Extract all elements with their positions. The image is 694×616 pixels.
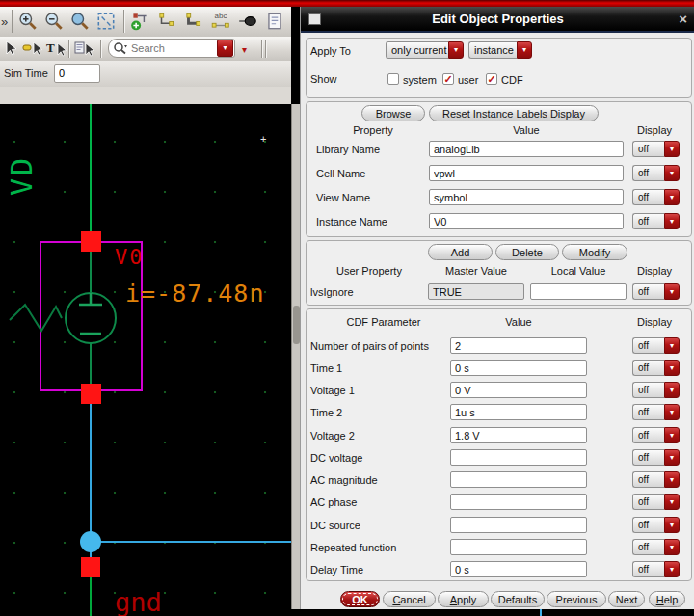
origin-marker-icon: + <box>260 133 266 145</box>
time1-display-dropdown[interactable]: off▾ <box>632 360 680 376</box>
select-cursor-icon[interactable] <box>0 38 23 61</box>
search-go-dropdown[interactable]: ▾ <box>217 40 233 57</box>
delete-button[interactable]: Delete <box>495 244 559 260</box>
create-node-icon[interactable] <box>128 10 151 33</box>
lvsignore-label: lvsIgnore <box>310 286 354 298</box>
search-options-caret-icon[interactable]: ▾ <box>242 44 247 55</box>
voltage2-display-dropdown[interactable]: off▾ <box>632 427 680 443</box>
lvsignore-master-value[interactable] <box>428 283 524 300</box>
dialog-titlebar[interactable]: Edit Object Properties × <box>301 7 694 33</box>
zoom-to-selected-icon[interactable] <box>68 10 92 33</box>
fit-to-window-icon[interactable] <box>94 10 118 33</box>
view-name-display-dropdown[interactable]: off▾ <box>632 189 680 205</box>
pin-minus-selected[interactable] <box>81 384 101 404</box>
cdf-display-header: Display <box>625 316 684 328</box>
scrollbar-thumb[interactable] <box>293 306 300 344</box>
toolbar-row-simtime: Sim Time <box>0 61 291 87</box>
time1-input[interactable] <box>450 360 587 376</box>
defaults-button[interactable]: Defaults <box>491 591 545 607</box>
ac-magnitude-input[interactable] <box>450 471 587 488</box>
wire-blue-tick <box>540 609 542 616</box>
repeated-function-display-dropdown[interactable]: off▾ <box>632 539 680 555</box>
canvas-below-dialog <box>300 609 694 616</box>
lvsignore-local-value[interactable] <box>530 283 627 300</box>
toolbar-overflow-chevron[interactable]: » <box>1 14 8 29</box>
next-button[interactable]: Next <box>608 591 645 607</box>
time2-input[interactable] <box>450 404 587 420</box>
virtuoso-app: » abc <box>0 0 694 616</box>
chevron-down-icon: ▾ <box>664 283 680 300</box>
ac-phase-display-dropdown[interactable]: off▾ <box>632 494 680 510</box>
master-value-header: Master Value <box>428 265 524 277</box>
library-name-display-dropdown[interactable]: off▾ <box>632 141 680 157</box>
search-input[interactable] <box>128 42 217 54</box>
zoom-in-icon[interactable] <box>16 10 40 33</box>
net-label-vd[interactable]: VD <box>5 155 39 196</box>
ground-net-label[interactable]: gnd <box>115 587 162 616</box>
create-wire-name-icon[interactable]: abc <box>209 10 232 33</box>
dc-voltage-input[interactable] <box>450 449 587 466</box>
close-icon[interactable]: × <box>679 11 687 27</box>
voltage1-display-dropdown[interactable]: off▾ <box>632 382 680 398</box>
reset-instance-labels-button[interactable]: Reset Instance Labels Display <box>429 105 599 121</box>
cancel-button[interactable]: Cancel <box>383 591 436 607</box>
library-name-label: Library Name <box>316 144 380 155</box>
schematic-canvas[interactable]: VD V0 i=-87.48n gnd + <box>0 104 291 616</box>
text-cursor-icon[interactable]: T <box>44 38 67 61</box>
toolbar-row-modes: T ▾ ▾ <box>0 37 291 61</box>
apply-to-scope-dropdown[interactable]: only current▾ <box>386 41 464 59</box>
canvas-vertical-scrollbar[interactable] <box>291 104 300 609</box>
ok-button[interactable]: OK <box>340 591 380 607</box>
pin-plus-selected[interactable] <box>81 231 101 252</box>
create-narrow-wire-icon[interactable] <box>155 10 178 33</box>
help-button[interactable]: Help <box>649 591 685 607</box>
current-annotation[interactable]: i=-87.48n <box>125 280 264 308</box>
chevron-down-icon: ▾ <box>664 165 680 181</box>
checkbox-cdf[interactable]: ✓ <box>486 73 497 85</box>
modify-button[interactable]: Modify <box>562 244 627 260</box>
solder-dot[interactable] <box>80 531 101 552</box>
cdf-row-label: DC voltage <box>310 452 362 464</box>
cell-name-display-dropdown[interactable]: off▾ <box>632 165 680 181</box>
zoom-out-icon[interactable] <box>42 10 66 33</box>
cell-name-input[interactable] <box>429 165 624 181</box>
instance-label-v0[interactable]: V0 <box>115 245 145 269</box>
browse-button[interactable]: Browse <box>361 105 425 121</box>
instance-name-input[interactable] <box>429 213 624 229</box>
dc-source-input[interactable] <box>450 517 587 533</box>
toolbar-filler <box>0 87 291 104</box>
sim-time-input[interactable] <box>54 64 100 83</box>
ac-phase-input[interactable] <box>450 494 587 510</box>
num-pairs-display-dropdown[interactable]: off▾ <box>632 337 680 354</box>
voltage1-input[interactable] <box>450 382 587 398</box>
cdf-row-label: Number of pairs of points <box>310 340 429 352</box>
create-pin-icon[interactable] <box>236 10 259 33</box>
pin-gnd-selected[interactable] <box>81 557 100 577</box>
instance-name-label: Instance Name <box>316 216 387 228</box>
cdf-parameter-header: CDF Parameter <box>316 316 451 328</box>
library-name-input[interactable] <box>429 141 624 157</box>
apply-button[interactable]: Apply <box>438 591 489 607</box>
create-wide-wire-icon[interactable] <box>182 10 205 33</box>
view-name-input[interactable] <box>429 189 624 205</box>
previous-button[interactable]: Previous <box>547 591 606 607</box>
instance-name-display-dropdown[interactable]: off▾ <box>632 213 680 229</box>
create-note-icon[interactable] <box>263 10 286 33</box>
probe-cursor-icon[interactable] <box>21 38 44 61</box>
checkbox-system[interactable]: ✓ <box>387 73 399 85</box>
checkbox-user[interactable]: ✓ <box>442 73 454 85</box>
delay-time-display-dropdown[interactable]: off▾ <box>632 561 680 577</box>
checkbox-system-label: system <box>403 74 437 86</box>
delay-time-input[interactable] <box>450 561 587 577</box>
num-pairs-input[interactable] <box>450 337 587 354</box>
properties-cursor-icon[interactable] <box>73 38 96 61</box>
time2-display-dropdown[interactable]: off▾ <box>632 404 680 420</box>
add-button[interactable]: Add <box>428 244 493 260</box>
voltage2-input[interactable] <box>450 427 587 443</box>
dc-source-display-dropdown[interactable]: off▾ <box>632 517 680 533</box>
repeated-function-input[interactable] <box>450 539 587 555</box>
apply-to-target-dropdown[interactable]: instance▾ <box>468 41 532 59</box>
dc-voltage-display-dropdown[interactable]: off▾ <box>632 449 680 466</box>
lvsignore-display-dropdown[interactable]: off▾ <box>632 283 680 300</box>
ac-magnitude-display-dropdown[interactable]: off▾ <box>632 471 680 488</box>
